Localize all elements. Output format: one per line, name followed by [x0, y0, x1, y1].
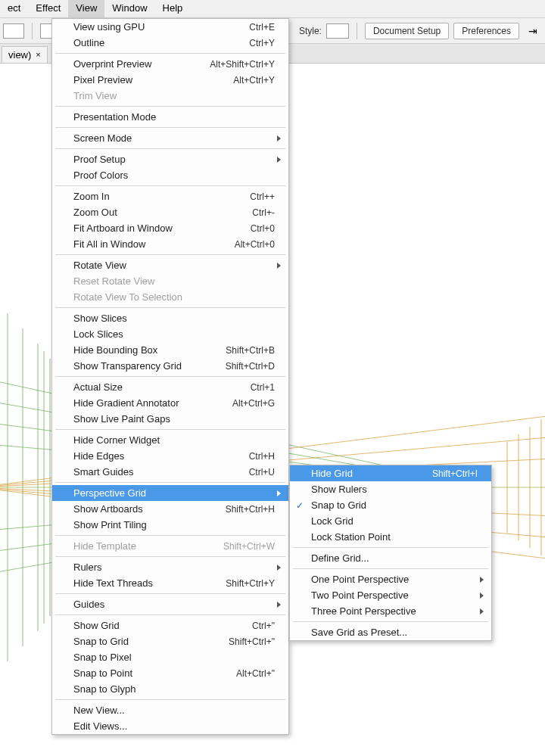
menu-separator — [293, 547, 488, 548]
menu-item-show-rulers[interactable]: Show Rulers — [290, 481, 491, 497]
menu-item-hide-bounding-box[interactable]: Hide Bounding BoxShift+Ctrl+B — [52, 342, 288, 358]
menu-item-outline[interactable]: OutlineCtrl+Y — [52, 35, 288, 51]
menu-item-shortcut: Ctrl++ — [250, 191, 275, 202]
menu-item-shortcut: Shift+Ctrl+" — [229, 636, 275, 647]
document-setup-button[interactable]: Document Setup — [365, 23, 449, 39]
menu-item-fit-artboard-in-window[interactable]: Fit Artboard in WindowCtrl+0 — [52, 220, 288, 236]
menu-item-label: Hide Gradient Annotator — [73, 397, 232, 409]
menu-item-show-grid[interactable]: Show GridCtrl+" — [52, 618, 288, 633]
menu-item-shortcut: Shift+Ctrl+Y — [226, 578, 275, 589]
menu-item-snap-to-grid[interactable]: Snap to GridShift+Ctrl+" — [52, 633, 288, 649]
menu-separator — [55, 614, 285, 615]
menu-item-lock-grid[interactable]: Lock Grid — [290, 513, 491, 529]
menu-item-label: Actual Size — [73, 381, 251, 393]
menu-separator — [293, 568, 488, 569]
menu-item-show-live-paint-gaps[interactable]: Show Live Paint Gaps — [52, 411, 288, 427]
menu-item-new-view[interactable]: New View... — [52, 702, 288, 718]
document-tab[interactable]: view) × — [2, 46, 48, 63]
menu-item-label: Rotate View — [73, 260, 275, 271]
menu-item-two-point-perspective[interactable]: Two Point Perspective — [290, 587, 491, 603]
menu-item-presentation-mode[interactable]: Presentation Mode — [52, 109, 288, 125]
menu-item-perspective-grid[interactable]: Perspective Grid — [52, 485, 288, 501]
menu-item-hide-gradient-annotator[interactable]: Hide Gradient AnnotatorAlt+Ctrl+G — [52, 395, 288, 411]
chevron-right-icon — [277, 602, 281, 608]
menu-separator — [55, 429, 285, 430]
menu-item-lock-slices[interactable]: Lock Slices — [52, 326, 288, 342]
menu-item-rotate-view[interactable]: Rotate View — [52, 257, 288, 273]
menu-item-label: Hide Corner Widget — [73, 434, 275, 446]
menu-item-label: Snap to Pixel — [73, 652, 275, 663]
menu-item-guides[interactable]: Guides — [52, 596, 288, 612]
menu-item-label: Proof Colors — [73, 170, 275, 181]
menu-item-snap-to-glyph[interactable]: Snap to Glyph — [52, 681, 288, 697]
menu-item-label: Pixel Preview — [73, 74, 233, 86]
menu-item-show-slices[interactable]: Show Slices — [52, 310, 288, 326]
chevron-right-icon — [480, 608, 484, 614]
menu-item-pixel-preview[interactable]: Pixel PreviewAlt+Ctrl+Y — [52, 72, 288, 88]
menu-item-label: Lock Grid — [311, 515, 478, 527]
fill-swatch[interactable] — [3, 23, 24, 39]
menu-item-shortcut: Shift+Ctrl+B — [226, 345, 275, 356]
menu-item-save-grid-as-preset[interactable]: Save Grid as Preset... — [290, 624, 491, 640]
menu-item-label: Snap to Grid — [73, 636, 229, 647]
menu-item-actual-size[interactable]: Actual SizeCtrl+1 — [52, 379, 288, 395]
menu-item-snap-to-point[interactable]: Snap to PointAlt+Ctrl+" — [52, 665, 288, 681]
menu-separator — [55, 376, 285, 377]
menubar-item-select[interactable]: ect — [0, 0, 28, 17]
menu-item-label: Snap to Point — [73, 667, 236, 679]
menu-item-three-point-perspective[interactable]: Three Point Perspective — [290, 603, 491, 619]
menubar-item-view[interactable]: View — [68, 0, 104, 17]
menu-item-screen-mode[interactable]: Screen Mode — [52, 130, 288, 146]
menu-item-hide-grid[interactable]: Hide GridShift+Ctrl+I — [290, 465, 491, 481]
menu-item-label: Reset Rotate View — [73, 275, 275, 287]
menu-item-hide-edges[interactable]: Hide EdgesCtrl+H — [52, 448, 288, 464]
menu-item-rulers[interactable]: Rulers — [52, 559, 288, 575]
menubar-item-effect[interactable]: Effect — [28, 0, 68, 17]
menu-item-proof-setup[interactable]: Proof Setup — [52, 151, 288, 167]
menu-item-label: Guides — [73, 599, 275, 610]
menu-item-show-artboards[interactable]: Show ArtboardsShift+Ctrl+H — [52, 501, 288, 517]
menu-item-proof-colors[interactable]: Proof Colors — [52, 167, 288, 183]
panel-toggle-icon[interactable]: ⇥ — [528, 25, 537, 37]
toolbar-separator — [357, 23, 357, 39]
chevron-right-icon — [277, 490, 281, 496]
menubar-item-help[interactable]: Help — [155, 0, 191, 17]
menu-item-one-point-perspective[interactable]: One Point Perspective — [290, 571, 491, 587]
menu-item-edit-views[interactable]: Edit Views... — [52, 718, 288, 734]
menu-separator — [55, 185, 285, 186]
menu-item-overprint-preview[interactable]: Overprint PreviewAlt+Shift+Ctrl+Y — [52, 56, 288, 72]
menu-item-label: Hide Text Threads — [73, 577, 226, 589]
menu-item-label: Perspective Grid — [73, 487, 275, 499]
chevron-right-icon — [480, 577, 484, 583]
menu-item-view-using-gpu[interactable]: View using GPUCtrl+E — [52, 19, 288, 35]
close-icon[interactable]: × — [36, 50, 40, 59]
toolbar-separator — [32, 23, 33, 39]
menubar-item-window[interactable]: Window — [104, 0, 154, 17]
menu-item-label: Zoom In — [73, 191, 250, 202]
menu-item-label: Show Artboards — [73, 503, 226, 515]
menu-item-smart-guides[interactable]: Smart GuidesCtrl+U — [52, 464, 288, 480]
menu-separator — [55, 254, 285, 255]
menu-item-show-transparency-grid[interactable]: Show Transparency GridShift+Ctrl+D — [52, 358, 288, 374]
menu-separator — [55, 593, 285, 594]
menu-item-fit-all-in-window[interactable]: Fit All in WindowAlt+Ctrl+0 — [52, 236, 288, 252]
menu-item-label: Show Transparency Grid — [73, 360, 226, 372]
menu-item-define-grid[interactable]: Define Grid... — [290, 550, 491, 566]
menu-item-show-print-tiling[interactable]: Show Print Tiling — [52, 517, 288, 533]
menu-item-hide-corner-widget[interactable]: Hide Corner Widget — [52, 432, 288, 448]
menu-item-shortcut: Ctrl+1 — [251, 382, 275, 393]
style-label: Style: — [299, 26, 322, 36]
menu-item-label: Edit Views... — [73, 720, 275, 732]
menu-item-snap-to-pixel[interactable]: Snap to Pixel — [52, 649, 288, 665]
menu-item-zoom-out[interactable]: Zoom OutCtrl+- — [52, 204, 288, 220]
perspective-grid-submenu: Hide GridShift+Ctrl+IShow Rulers✓Snap to… — [289, 465, 492, 641]
menu-item-zoom-in[interactable]: Zoom InCtrl++ — [52, 188, 288, 204]
menu-item-snap-to-grid[interactable]: ✓Snap to Grid — [290, 497, 491, 513]
style-select[interactable] — [326, 23, 349, 39]
preferences-button[interactable]: Preferences — [453, 23, 519, 39]
menu-item-label: Three Point Perspective — [311, 605, 478, 617]
menu-item-label: Hide Grid — [311, 468, 432, 479]
menu-item-lock-station-point[interactable]: Lock Station Point — [290, 529, 491, 545]
menu-item-shortcut: Ctrl+0 — [251, 223, 275, 234]
menu-item-hide-text-threads[interactable]: Hide Text ThreadsShift+Ctrl+Y — [52, 575, 288, 591]
